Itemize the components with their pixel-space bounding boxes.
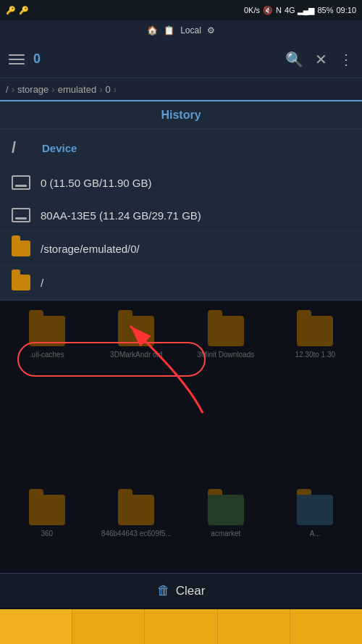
status-left: 🔑 🔑 — [6, 6, 29, 15]
bottom-nav-btn-4[interactable] — [218, 609, 290, 644]
storage80aa-icon — [12, 208, 30, 222]
close-icon[interactable]: ✕ — [315, 51, 327, 68]
clock: 09:10 — [336, 6, 356, 14]
bottom-nav — [0, 609, 362, 644]
emulated-path-label: /storage/emulated/0/ — [41, 243, 140, 255]
storage0-label: 0 (11.50 GB/11.90 GB) — [41, 177, 151, 189]
device-label: Device — [42, 142, 77, 154]
clear-button[interactable]: 🗑 Clear — [143, 577, 220, 604]
toolbar: 0 🔍 ✕ ⋮ — [0, 41, 362, 78]
tab-count: 0 — [33, 51, 41, 67]
network-speed: 0K/s — [244, 6, 260, 14]
history-item-storage80aa[interactable]: 80AA-13E5 (11.24 GB/29.71 GB) — [0, 199, 362, 232]
root-path-label: / — [41, 277, 43, 289]
storage0-icon — [12, 175, 30, 190]
sim-icon: N — [276, 6, 282, 14]
bottom-nav-btn-5[interactable] — [290, 609, 362, 644]
history-panel: History / Device 0 (11.50 GB/11.90 GB) 8… — [0, 101, 362, 301]
breadcrumb: / › storage › emulated › 0 › — [0, 78, 362, 101]
hamburger-menu[interactable] — [9, 54, 25, 64]
bottom-nav-btn-2[interactable] — [72, 609, 145, 644]
status-bar: 🔑 🔑 0K/s 🔇 N 4G ▂▄▆ 85% 09:10 — [0, 0, 362, 20]
bg-folder-360: 360 — [3, 463, 91, 543]
history-item-device[interactable]: / Device — [0, 130, 362, 167]
toolbar-left: 0 — [9, 51, 41, 67]
storage-type-icon: 📋 — [164, 25, 174, 35]
breadcrumb-0[interactable]: 0 — [106, 84, 111, 95]
storage80aa-label: 80AA-13E5 (11.24 GB/29.71 GB) — [41, 209, 201, 222]
folder-root-icon — [12, 275, 30, 290]
bottom-nav-btn-3[interactable] — [145, 609, 217, 644]
history-title: History — [0, 101, 362, 130]
clear-bar: 🗑 Clear — [0, 573, 362, 608]
location-bar: 🏠 📋 Local ⚙ — [0, 20, 362, 41]
mute-icon: 🔇 — [263, 6, 273, 15]
key2-icon: 🔑 — [19, 6, 29, 15]
breadcrumb-root[interactable]: / — [6, 84, 9, 95]
status-right: 0K/s 🔇 N 4G ▂▄▆ 85% 09:10 — [244, 6, 356, 15]
bg-folder-a: A... — [272, 463, 360, 543]
bg-folder-acmarket: acmarket — [182, 463, 270, 543]
folder-emulated-icon — [12, 241, 30, 256]
home-icon: 🏠 — [147, 25, 158, 35]
history-item-storage0[interactable]: 0 (11.50 GB/11.90 GB) — [0, 167, 362, 199]
bottom-nav-btn-1[interactable] — [0, 609, 72, 644]
history-item-root[interactable]: / — [0, 266, 362, 300]
trash-icon: 🗑 — [157, 583, 170, 598]
toolbar-right: 🔍 ✕ ⋮ — [285, 51, 353, 68]
more-options-icon[interactable]: ⋮ — [339, 51, 353, 68]
settings-icon[interactable]: ⚙ — [207, 25, 215, 35]
battery-indicator: 85% — [317, 6, 333, 14]
clear-label: Clear — [176, 584, 206, 598]
location-label: Local — [180, 25, 201, 35]
slash-icon: / — [12, 138, 32, 157]
breadcrumb-emulated[interactable]: emulated — [58, 84, 96, 95]
key-icon: 🔑 — [6, 6, 16, 15]
breadcrumb-storage[interactable]: storage — [17, 84, 49, 95]
history-item-emulated[interactable]: /storage/emulated/0/ — [0, 232, 362, 266]
bg-folder-846b: 846b44643 ec609f5... — [93, 463, 181, 543]
search-icon[interactable]: 🔍 — [285, 51, 303, 68]
signal-icon: 4G ▂▄▆ — [285, 6, 315, 15]
